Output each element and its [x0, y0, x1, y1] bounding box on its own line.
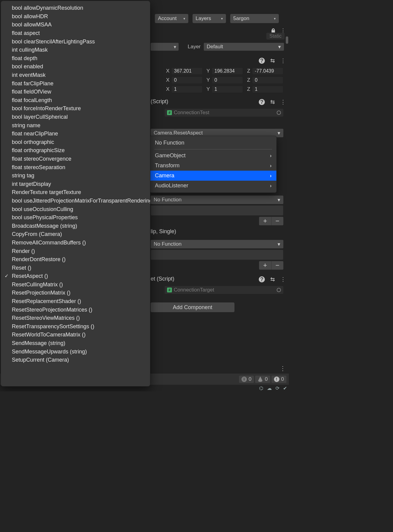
account-label: Account [158, 15, 176, 22]
tag-dropdown[interactable] [151, 43, 179, 51]
member-item[interactable]: SendMessage (string) [1, 339, 150, 348]
kebab-icon[interactable] [280, 57, 286, 64]
member-item[interactable]: float focalLength [1, 96, 150, 105]
remove-listener-button[interactable]: − [271, 217, 283, 225]
account-dropdown[interactable]: Account [155, 14, 188, 23]
kebab-icon[interactable] [280, 276, 286, 283]
event-function-nofunc-1[interactable]: No Function [151, 196, 283, 204]
ctx-item-gameobject[interactable]: GameObject [150, 151, 276, 161]
member-item[interactable]: int cullingMask [1, 46, 150, 54]
remove-listener-button[interactable]: − [271, 261, 283, 270]
member-item[interactable]: bool enabled [1, 63, 150, 71]
top-toolbar: Account Layers 5argon [155, 14, 286, 23]
add-component-button[interactable]: Add Component [151, 302, 234, 312]
project-kebab-icon[interactable] [280, 365, 286, 372]
member-item[interactable]: BroadcastMessage (string) [1, 222, 150, 230]
member-item[interactable]: float farClipPlane [1, 79, 150, 88]
member-item[interactable]: bool allowMSAA [1, 21, 150, 29]
component2-script-field[interactable]: #ConnectionTarget [165, 286, 283, 294]
add-listener-button[interactable]: + [259, 217, 271, 225]
preset-icon[interactable] [270, 99, 275, 105]
layers-dropdown[interactable]: Layers [193, 14, 226, 23]
member-item[interactable]: string tag [1, 172, 150, 180]
member-item[interactable]: ResetReplacementShader () [1, 297, 150, 306]
member-item[interactable]: CopyFrom (Camera) [1, 230, 150, 239]
help-icon[interactable]: ? [259, 58, 265, 64]
event-listeners-box-1 [151, 205, 283, 216]
ctx-item-no-function[interactable]: No Function [150, 138, 276, 148]
rotation-z-field[interactable]: 0 [252, 77, 283, 84]
scale-z-field[interactable]: 1 [252, 86, 283, 93]
position-y-field[interactable]: 196.2834 [212, 67, 243, 75]
help-icon[interactable]: ? [259, 276, 265, 282]
rotation-y-field[interactable]: 0 [212, 77, 243, 84]
sync-icon[interactable]: ⟳ [275, 385, 279, 391]
console-warn-pill[interactable]: 0 [255, 376, 270, 383]
scale-x-field[interactable]: 1 [171, 86, 203, 93]
member-item[interactable]: bool layerCullSpherical [1, 113, 150, 121]
add-listener-button[interactable]: + [259, 261, 271, 270]
member-item[interactable]: ResetTransparencySortSettings () [1, 322, 150, 331]
member-item[interactable]: bool orthographic [1, 138, 150, 147]
member-item[interactable]: ResetProjectionMatrix () [1, 289, 150, 297]
layout-dropdown[interactable]: 5argon [230, 14, 279, 23]
object-picker-icon[interactable] [277, 288, 281, 292]
kebab-icon[interactable] [280, 99, 286, 105]
console-error-pill[interactable]: !0 [272, 376, 286, 383]
member-item[interactable]: int targetDisplay [1, 180, 150, 188]
member-item[interactable]: RenderDontRestore () [1, 255, 150, 264]
member-item[interactable]: float aspect [1, 29, 150, 38]
object-picker-icon[interactable] [277, 111, 281, 115]
member-item[interactable]: bool allowHDR [1, 12, 150, 21]
member-item[interactable]: bool allowDynamicResolution [1, 4, 150, 12]
member-item[interactable]: float stereoSeparation [1, 163, 150, 172]
error-icon: ! [274, 377, 279, 382]
member-item[interactable]: ResetStereoProjectionMatrices () [1, 305, 150, 314]
member-item[interactable]: bool usePhysicalProperties [1, 213, 150, 222]
component1-script-field[interactable]: #ConnectionTest [165, 109, 283, 117]
member-item[interactable]: RenderTexture targetTexture [1, 188, 150, 197]
member-item[interactable]: float fieldOfView [1, 88, 150, 96]
layer-dropdown[interactable]: Default [204, 43, 284, 51]
position-z-field[interactable]: -77.0439 [252, 67, 283, 75]
ctx-item-transform[interactable]: Transform [150, 161, 276, 171]
member-item[interactable]: RemoveAllCommandBuffers () [1, 239, 150, 247]
scale-y-field[interactable]: 1 [212, 86, 243, 93]
preset-icon[interactable] [270, 276, 275, 283]
bug-icon[interactable]: ⌬ [259, 385, 263, 391]
member-item[interactable]: float depth [1, 54, 150, 63]
console-info-pill[interactable]: i0 [239, 376, 254, 383]
member-item[interactable]: string name [1, 121, 150, 130]
member-item[interactable]: Render () [1, 247, 150, 255]
member-item[interactable]: float orthographicSize [1, 146, 150, 155]
help-icon[interactable]: ? [259, 99, 265, 105]
position-x-field[interactable]: 367.201 [171, 67, 203, 75]
event-function-nofunc-2[interactable]: No Function [151, 240, 283, 248]
member-item[interactable]: Reset () [1, 264, 150, 272]
member-item[interactable]: float stereoConvergence [1, 155, 150, 163]
member-item[interactable]: ResetWorldToCameraMatrix () [1, 331, 150, 339]
member-item[interactable]: float nearClipPlane [1, 130, 150, 138]
rotation-x-field[interactable]: 0 [171, 77, 203, 84]
member-item[interactable]: bool forceIntoRenderTexture [1, 104, 150, 113]
ctx-item-camera[interactable]: Camera [150, 171, 276, 181]
scrollbar-thumb[interactable] [286, 36, 288, 44]
member-item[interactable]: bool useOcclusionCulling [1, 205, 150, 213]
member-item[interactable]: SendMessageUpwards (string) [1, 347, 150, 356]
member-item[interactable]: ResetAspect () [1, 272, 150, 281]
chevron-down-icon [278, 44, 281, 50]
member-item[interactable]: bool useJitteredProjectionMatrixForTrans… [1, 197, 150, 205]
member-item[interactable]: SetupCurrent (Camera) [1, 356, 150, 364]
preset-icon[interactable] [270, 57, 275, 64]
ctx-item-audiolistener[interactable]: AudioListener [150, 181, 276, 191]
member-item[interactable]: int eventMask [1, 71, 150, 80]
member-item[interactable]: ResetStereoViewMatrices () [1, 314, 150, 322]
static-toggle[interactable]: Static [266, 33, 285, 39]
chevron-right-icon [270, 183, 272, 189]
check-icon[interactable]: ✔︎ [283, 385, 287, 391]
cloud-icon[interactable]: ☁︎ [267, 385, 272, 391]
component2-title: et (Script) [151, 276, 174, 282]
member-item[interactable]: bool clearStencilAfterLightingPass [1, 37, 150, 46]
menu-separator [154, 149, 272, 149]
member-item[interactable]: ResetCullingMatrix () [1, 281, 150, 289]
